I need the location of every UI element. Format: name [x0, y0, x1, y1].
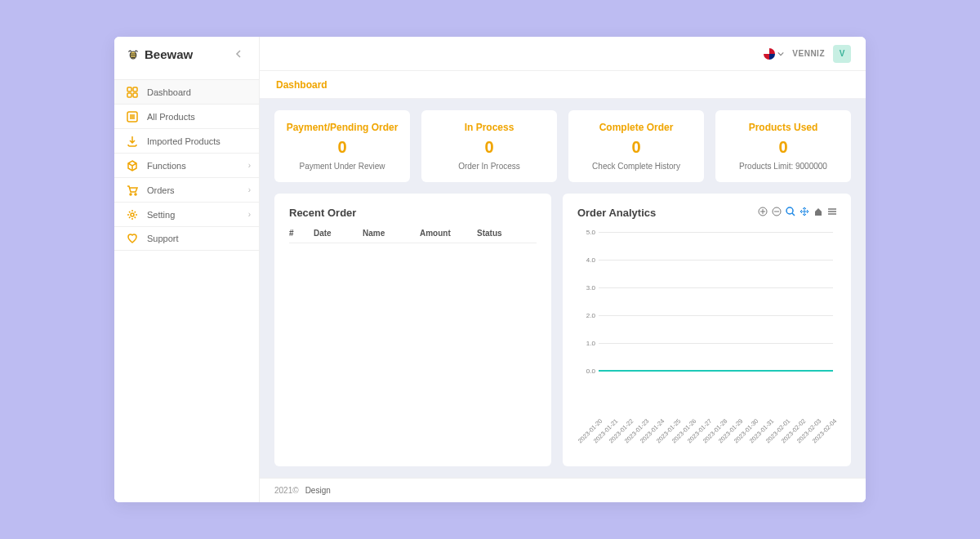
stat-card-2[interactable]: Complete Order0Check Complete History — [568, 110, 704, 182]
grid-line — [599, 343, 833, 344]
recent-order-panel: Recent Order # Date Name Amount Status — [274, 194, 551, 466]
sidebar-item-label: Functions — [147, 161, 186, 171]
sidebar-item-label: Dashboard — [147, 87, 191, 97]
content: Payment/Pending Order0Payment Under Revi… — [260, 99, 866, 478]
footer-link[interactable]: Design — [305, 486, 331, 495]
stat-value: 0 — [724, 138, 843, 157]
sidebar: Beewaw DashboardAll ProductsImported Pro… — [114, 37, 260, 502]
sidebar-item-setting[interactable]: Setting› — [114, 202, 259, 226]
download-icon — [126, 135, 139, 148]
bee-icon — [126, 47, 140, 61]
x-labels: 2023-01-202023-01-212023-01-222023-01-23… — [599, 414, 833, 455]
svg-point-11 — [786, 207, 793, 214]
zoom-out-icon[interactable] — [770, 205, 782, 217]
sidebar-item-orders[interactable]: Orders› — [114, 177, 259, 202]
breadcrumb-label: Dashboard — [276, 79, 327, 91]
language-switcher[interactable] — [764, 48, 784, 60]
svg-rect-4 — [133, 93, 137, 97]
svg-rect-3 — [127, 93, 131, 97]
zoom-search-icon[interactable] — [784, 205, 796, 217]
chart-series-line — [599, 370, 833, 372]
breadcrumb: Dashboard — [260, 71, 866, 99]
col-date: Date — [314, 229, 363, 238]
sidebar-item-label: Setting — [147, 210, 175, 220]
stat-sub: Order In Process — [430, 162, 549, 171]
footer-year: 2021© — [274, 486, 299, 495]
svg-rect-2 — [133, 87, 137, 91]
sidebar-item-all-products[interactable]: All Products — [114, 104, 259, 128]
chevron-right-icon: › — [248, 161, 251, 170]
menu-icon[interactable] — [826, 205, 838, 217]
y-tick-label: 5.0 — [577, 229, 595, 236]
svg-point-6 — [130, 194, 131, 195]
chart-toolbar — [756, 205, 838, 217]
grid-line — [599, 232, 833, 233]
grid-line — [599, 315, 833, 316]
y-tick-label: 4.0 — [577, 256, 595, 264]
grid-icon — [126, 86, 139, 99]
recent-order-table-head: # Date Name Amount Status — [289, 229, 537, 243]
app-window: Beewaw DashboardAll ProductsImported Pro… — [114, 37, 866, 502]
stat-title: In Process — [430, 122, 549, 133]
cart-icon — [126, 184, 139, 197]
chart-area: 0.01.02.03.04.05.02023-01-202023-01-2120… — [577, 232, 836, 455]
grid-line — [599, 287, 833, 288]
sidebar-item-functions[interactable]: Functions› — [114, 153, 259, 177]
sidebar-item-label: Imported Products — [147, 136, 220, 146]
footer: 2021© Design — [260, 478, 866, 502]
stat-sub: Check Complete History — [577, 162, 696, 171]
sidebar-item-support[interactable]: Support — [114, 226, 259, 251]
sidebar-item-label: Support — [147, 234, 179, 243]
chevron-right-icon: › — [248, 185, 251, 194]
col-amount: Amount — [420, 229, 477, 238]
brand[interactable]: Beewaw — [126, 47, 193, 61]
avatar-initial: V — [840, 49, 845, 58]
zoom-in-icon[interactable] — [756, 205, 768, 217]
y-tick-label: 0.0 — [577, 368, 595, 375]
sidebar-item-label: Orders — [147, 185, 175, 195]
nav-list: DashboardAll ProductsImported ProductsFu… — [114, 79, 259, 251]
svg-point-8 — [131, 213, 134, 216]
svg-rect-1 — [127, 87, 131, 91]
uk-flag-icon — [764, 48, 775, 60]
y-tick-label: 2.0 — [577, 312, 595, 319]
y-tick-label: 1.0 — [577, 340, 595, 347]
stat-value: 0 — [430, 138, 549, 157]
sidebar-item-label: All Products — [147, 112, 195, 122]
stat-title: Products Used — [724, 122, 843, 133]
sidebar-header: Beewaw — [114, 37, 259, 71]
chevron-down-icon — [777, 51, 784, 57]
list-icon — [126, 110, 139, 123]
stat-value: 0 — [283, 138, 402, 157]
recent-order-title: Recent Order — [289, 207, 537, 219]
col-status: Status — [477, 229, 537, 238]
stats-row: Payment/Pending Order0Payment Under Revi… — [274, 110, 851, 182]
stat-card-3[interactable]: Products Used0Products Limit: 9000000 — [715, 110, 851, 182]
panels-row: Recent Order # Date Name Amount Status O… — [274, 194, 851, 466]
username-label: VENNIZ — [792, 49, 825, 58]
cube-icon — [126, 159, 139, 172]
chevron-right-icon: › — [248, 210, 251, 219]
svg-point-7 — [135, 194, 136, 195]
home-icon[interactable] — [812, 205, 824, 217]
grid-line — [599, 260, 833, 261]
y-tick-label: 3.0 — [577, 284, 595, 292]
sidebar-collapse-button[interactable] — [231, 46, 247, 62]
avatar[interactable]: V — [833, 45, 851, 63]
order-analytics-panel: Order Analytics 0.01.02.03.04.05.02023-0… — [563, 194, 851, 466]
brand-name: Beewaw — [145, 47, 193, 61]
pan-icon[interactable] — [798, 205, 810, 217]
stat-value: 0 — [577, 138, 696, 157]
sidebar-item-dashboard[interactable]: Dashboard — [114, 79, 259, 104]
topbar: VENNIZ V — [260, 37, 866, 71]
col-index: # — [289, 229, 314, 238]
stat-sub: Payment Under Review — [283, 162, 402, 171]
heart-icon — [126, 232, 139, 245]
sidebar-item-imported-products[interactable]: Imported Products — [114, 128, 259, 153]
stat-card-0[interactable]: Payment/Pending Order0Payment Under Revi… — [274, 110, 410, 182]
stat-sub: Products Limit: 9000000 — [724, 162, 843, 171]
gear-icon — [126, 208, 139, 221]
col-name: Name — [363, 229, 420, 238]
stat-card-1[interactable]: In Process0Order In Process — [421, 110, 557, 182]
main-area: VENNIZ V Dashboard Payment/Pending Order… — [260, 37, 866, 502]
